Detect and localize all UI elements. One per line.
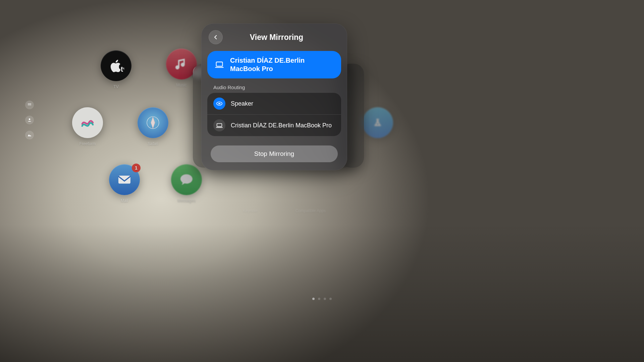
app-label: Keynote	[243, 208, 258, 213]
freeform-icon	[79, 115, 96, 131]
page-dot	[324, 298, 326, 300]
sidebar-dot-apps[interactable]	[25, 101, 34, 109]
svg-rect-10	[216, 62, 223, 66]
sidebar-dot-environments[interactable]	[25, 131, 34, 139]
chat-bubble-icon	[178, 172, 195, 188]
app-icon-tv[interactable]: tv TV	[101, 50, 131, 89]
audio-option-label: Speaker	[231, 100, 253, 108]
app-label: Freeform	[79, 141, 96, 146]
audio-option-speaker[interactable]: Speaker	[207, 93, 341, 114]
laptop-icon	[214, 59, 225, 70]
app-icon-messages[interactable]: Messages	[171, 164, 202, 203]
chevron-left-icon	[213, 34, 219, 40]
app-icon-compatible[interactable]: Compatible Apps	[295, 174, 326, 213]
app-icon-appstore[interactable]: App Store	[362, 107, 393, 146]
app-label: Music	[176, 83, 186, 87]
panel-header: View Mirroring	[206, 28, 342, 50]
app-label: TV	[113, 84, 118, 89]
audio-routing-section-label: Audio Routing	[206, 84, 342, 93]
app-label: Mail	[121, 198, 128, 203]
audio-option-macbook[interactable]: Cristian DÍAZ DE.Berlin MacBook Pro	[207, 114, 341, 136]
music-note-icon	[173, 56, 190, 72]
svg-point-6	[28, 105, 29, 105]
desk-gradient	[0, 225, 644, 362]
svg-point-5	[30, 103, 31, 104]
audio-option-label: Cristian DÍAZ DE.Berlin MacBook Pro	[231, 122, 332, 129]
svg-text:tv: tv	[121, 65, 124, 73]
app-label: Compatible Apps	[296, 208, 326, 213]
app-icon-mail[interactable]: 1 Mail	[109, 164, 140, 203]
laptop-icon	[213, 119, 225, 131]
mail-badge: 1	[132, 164, 141, 172]
svg-point-3	[28, 103, 29, 104]
app-label: Safari	[148, 141, 158, 146]
page-dot	[318, 298, 320, 300]
headset-icon	[213, 98, 225, 110]
app-icon-music[interactable]: Music	[166, 49, 197, 87]
page-dot	[329, 298, 332, 300]
app-icon-keynote[interactable]: Keynote	[235, 174, 266, 213]
compass-icon	[145, 115, 161, 131]
svg-rect-2	[118, 176, 130, 184]
app-icon-freeform[interactable]: Freeform	[72, 107, 103, 146]
svg-rect-13	[217, 124, 222, 127]
stop-mirroring-button[interactable]: Stop Mirroring	[211, 145, 338, 162]
svg-point-9	[29, 118, 31, 120]
svg-point-7	[29, 105, 30, 105]
envelope-icon	[116, 172, 132, 188]
back-button[interactable]	[209, 30, 223, 44]
home-page-indicator[interactable]	[312, 298, 332, 300]
app-label: Messages	[177, 198, 196, 203]
mirroring-target-label: Cristian DÍAZ DE.Berlin MacBook Pro	[230, 56, 334, 73]
mirroring-target-row[interactable]: Cristian DÍAZ DE.Berlin MacBook Pro	[207, 51, 341, 78]
stop-mirroring-label: Stop Mirroring	[254, 150, 294, 157]
sidebar-dot-people[interactable]	[25, 116, 34, 124]
appstore-icon	[370, 115, 386, 131]
svg-point-12	[218, 103, 220, 104]
view-mirroring-panel: View Mirroring Cristian DÍAZ DE.Berlin M…	[201, 23, 347, 170]
page-dot	[312, 298, 315, 300]
mountain-icon	[27, 133, 32, 137]
panel-title: View Mirroring	[227, 33, 340, 42]
svg-point-4	[29, 103, 30, 104]
apple-tv-icon: tv	[108, 58, 124, 74]
people-icon	[27, 118, 32, 122]
svg-point-8	[30, 105, 31, 105]
grid-icon	[27, 103, 32, 107]
audio-routing-list: Speaker Cristian DÍAZ DE.Berlin MacBook …	[207, 93, 341, 136]
app-icon-safari[interactable]: Safari	[138, 107, 168, 146]
